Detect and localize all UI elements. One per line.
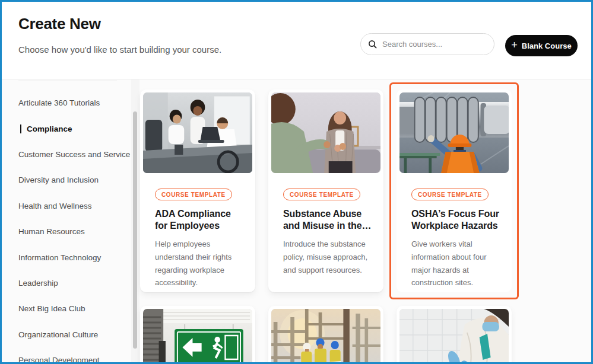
header: Create New Choose how you'd like to star…	[2, 2, 591, 79]
sidebar-item-label: Diversity and Inclusion	[18, 175, 99, 184]
search-icon	[368, 40, 377, 49]
course-template-badge: COURSE TEMPLATE	[155, 189, 232, 200]
card-image-person-wearing-blue-medical-gloves	[399, 309, 509, 362]
course-card-ada-compliance[interactable]: COURSE TEMPLATE ADA Compliance for Emplo…	[140, 90, 255, 292]
card-description: Give workers vital information about fou…	[411, 238, 500, 289]
sidebar-item-customer-success-and-service[interactable]: Customer Success and Service	[2, 142, 131, 167]
sidebar-item-label: Human Resources	[18, 227, 85, 236]
selected-card-highlight: COURSE TEMPLATE OSHA’s Focus Four Workpl…	[389, 82, 519, 299]
category-sidebar: Articulate 360 Tutorials Compliance Cust…	[2, 90, 131, 362]
sidebar-item-information-technology[interactable]: Information Technology	[2, 244, 131, 270]
sidebar-item-label: Compliance	[27, 124, 72, 133]
sidebar-item-diversity-and-inclusion[interactable]: Diversity and Inclusion	[2, 167, 131, 193]
card-image-worker-inspecting-steel-turbine	[399, 92, 509, 173]
sidebar-item-compliance[interactable]: Compliance	[2, 116, 131, 141]
card-image-two-people-in-conversation	[271, 92, 380, 173]
card-title: ADA Compliance for Employees	[155, 208, 244, 232]
card-image-construction-workers-with-blueprint	[271, 309, 380, 362]
course-card-partial-medical-gloves[interactable]	[397, 306, 512, 362]
sidebar-item-label: Leadership	[18, 279, 58, 288]
card-image-office-team-reviewing-laptop	[143, 92, 252, 173]
course-template-badge: COURSE TEMPLATE	[283, 189, 360, 200]
plus-icon: +	[511, 40, 518, 50]
sidebar-item-human-resources[interactable]: Human Resources	[2, 219, 131, 244]
search-input[interactable]	[382, 40, 487, 49]
card-title: OSHA’s Focus Four Workplace Hazards	[411, 208, 500, 232]
app-window: Create New Choose how you'd like to star…	[0, 0, 593, 364]
sidebar-item-label: Customer Success and Service	[18, 150, 130, 159]
page-title: Create New	[18, 15, 101, 33]
card-body: COURSE TEMPLATE ADA Compliance for Emplo…	[143, 173, 252, 289]
course-card-partial-construction[interactable]	[268, 306, 383, 362]
blank-course-label: Blank Course	[522, 41, 572, 50]
sidebar-scrollbar-thumb[interactable]	[133, 111, 137, 349]
card-image-emergency-exit-sign	[143, 309, 252, 362]
course-template-grid: COURSE TEMPLATE ADA Compliance for Emplo…	[140, 90, 512, 362]
card-body: COURSE TEMPLATE Substance Abuse and Misu…	[271, 173, 380, 276]
sidebar-item-leadership[interactable]: Leadership	[2, 270, 131, 296]
course-template-badge: COURSE TEMPLATE	[411, 189, 489, 200]
sidebar-item-health-and-wellness[interactable]: Health and Wellness	[2, 193, 131, 219]
sidebar-item-label: Organizational Culture	[18, 330, 98, 339]
sidebar-item-next-big-idea-club[interactable]: Next Big Idea Club	[2, 296, 131, 321]
course-card-partial-exit-sign[interactable]	[140, 306, 255, 362]
sidebar-item-label: Personal Development	[18, 356, 100, 362]
sidebar-item-label: Next Big Idea Club	[18, 304, 85, 313]
card-description: Help employees understand their rights r…	[155, 238, 244, 289]
sidebar-item-organizational-culture[interactable]: Organizational Culture	[2, 322, 131, 347]
course-card-substance-abuse[interactable]: COURSE TEMPLATE Substance Abuse and Misu…	[268, 90, 383, 292]
blank-course-button[interactable]: + Blank Course	[505, 35, 578, 56]
sidebar-item-label: Health and Wellness	[18, 202, 92, 210]
sidebar-divider	[18, 81, 117, 81]
sidebar-scrollbar-track[interactable]	[131, 79, 139, 362]
sidebar-item-label: Information Technology	[18, 253, 101, 262]
card-description: Introduce the substance policy, misuse a…	[283, 238, 372, 276]
course-card-osha-focus-four[interactable]: COURSE TEMPLATE OSHA’s Focus Four Workpl…	[397, 90, 512, 292]
sidebar-item-personal-development[interactable]: Personal Development	[2, 347, 131, 362]
sidebar-item-articulate-360-tutorials[interactable]: Articulate 360 Tutorials	[2, 90, 131, 116]
active-indicator-bar	[20, 124, 21, 133]
card-body: COURSE TEMPLATE OSHA’s Focus Four Workpl…	[399, 173, 509, 289]
page-subtitle: Choose how you'd like to start building …	[18, 44, 221, 55]
card-title: Substance Abuse and Misuse in the…	[283, 208, 372, 232]
content-area: Articulate 360 Tutorials Compliance Cust…	[2, 79, 591, 362]
course-search[interactable]	[360, 33, 494, 55]
sidebar-item-label: Articulate 360 Tutorials	[18, 98, 100, 107]
